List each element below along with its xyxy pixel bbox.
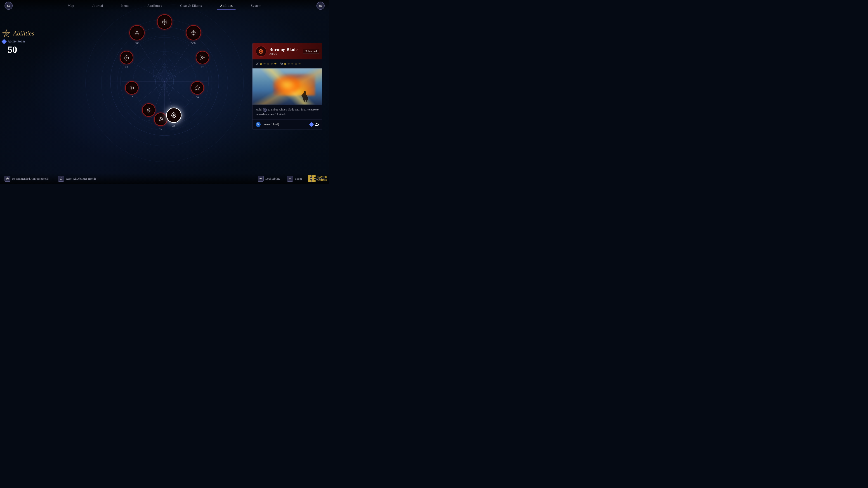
ability-node-mid-left-cost: 20 bbox=[125, 65, 128, 69]
ability-node-top-left[interactable]: 300 bbox=[129, 25, 145, 45]
reset-button-icon bbox=[58, 176, 64, 182]
ability-node-bottom-left-circle bbox=[142, 103, 156, 117]
ability-node-top-left-cost: 300 bbox=[135, 41, 139, 45]
svg-rect-30 bbox=[308, 175, 310, 182]
ability-node-mid-right[interactable]: 25 bbox=[196, 51, 209, 69]
ability-node-bottom-center[interactable]: 40 bbox=[154, 112, 167, 131]
gg-logo-icon bbox=[308, 174, 316, 183]
l2-button[interactable]: L2 bbox=[4, 2, 13, 10]
svg-point-26 bbox=[160, 119, 162, 120]
wheel-svg bbox=[99, 19, 230, 150]
lock-ability-label: Lock Ability bbox=[266, 177, 280, 181]
recommended-abilities-btn[interactable]: Recommended Abilities (Hold) bbox=[4, 176, 49, 182]
ability-preview-image bbox=[252, 68, 322, 105]
svg-rect-35 bbox=[314, 175, 315, 177]
ability-type: Attack bbox=[269, 52, 300, 56]
charge-star-5: ★ bbox=[298, 62, 301, 66]
ability-node-top[interactable] bbox=[157, 14, 172, 30]
ability-node-lower-right-circle bbox=[191, 81, 204, 95]
svg-point-24 bbox=[148, 109, 150, 111]
zoom-action[interactable]: R Zoom bbox=[287, 176, 302, 182]
ability-node-active[interactable]: 25 bbox=[166, 107, 182, 127]
lock-ability-action[interactable]: R3 Lock Ability bbox=[258, 176, 280, 182]
ability-cost: 25 bbox=[315, 122, 319, 127]
nav-journal[interactable]: Journal bbox=[83, 2, 112, 9]
nav-left-section: L2 bbox=[0, 2, 13, 10]
nav-items[interactable]: Items bbox=[112, 2, 138, 9]
charge-star-1: ★ bbox=[284, 62, 287, 66]
svg-rect-32 bbox=[310, 178, 311, 180]
abilities-title-text: Abilities bbox=[13, 30, 34, 37]
ability-node-mid-right-cost: 25 bbox=[201, 65, 204, 69]
nav-abilities[interactable]: Abilities bbox=[211, 2, 242, 9]
svg-point-23 bbox=[131, 87, 132, 89]
ability-node-mid-left-circle bbox=[120, 51, 133, 64]
svg-rect-37 bbox=[314, 180, 315, 182]
ability-node-lower-left-cost: 15 bbox=[130, 96, 133, 99]
star-4: ★ bbox=[270, 62, 273, 66]
svg-point-22 bbox=[193, 32, 194, 33]
ability-node-bottom-center-cost: 40 bbox=[159, 127, 162, 131]
ability-points-diamond-icon bbox=[2, 39, 7, 44]
svg-point-28 bbox=[7, 178, 8, 179]
ability-node-mid-right-circle bbox=[196, 51, 209, 64]
abilities-title-icon bbox=[2, 29, 10, 37]
center-ornament bbox=[149, 61, 180, 101]
ability-node-top-right-circle bbox=[186, 25, 201, 40]
nav-map[interactable]: Map bbox=[59, 2, 83, 9]
ability-points-label: Ability Points bbox=[2, 40, 52, 43]
ability-node-top-right[interactable]: 500 bbox=[186, 25, 201, 45]
gg-text: GAMER GUIDES bbox=[317, 175, 327, 182]
ability-node-active-cost: 25 bbox=[172, 124, 175, 127]
ability-node-lower-left-circle bbox=[125, 81, 138, 95]
ability-node-lower-left[interactable]: 15 bbox=[125, 81, 138, 99]
sword-icon: ⚔ bbox=[256, 62, 259, 66]
svg-marker-29 bbox=[60, 178, 61, 179]
charge-star-3: ★ bbox=[291, 62, 294, 66]
watermark: GAMER GUIDES bbox=[308, 174, 327, 183]
r3-button: R3 bbox=[258, 176, 264, 182]
ability-status-badge: Unlearned bbox=[303, 49, 319, 54]
nav-attributes[interactable]: Attributes bbox=[138, 2, 171, 9]
bottom-bar: Recommended Abilities (Hold) Reset All A… bbox=[0, 173, 329, 184]
ability-footer[interactable]: ✕ Learn (Hold) 25 bbox=[252, 120, 322, 129]
svg-line-11 bbox=[136, 81, 164, 104]
svg-rect-33 bbox=[310, 180, 311, 182]
nav-gear-eikons[interactable]: Gear & Eikons bbox=[171, 2, 211, 9]
charge-rating-group: ↻ ★ ★ ★ ★ ★ bbox=[280, 62, 301, 66]
left-panel: Abilities Ability Points 50 bbox=[2, 29, 52, 55]
zoom-label: Zoom bbox=[295, 177, 302, 181]
ability-info-header: Burning Blade Attack Unlearned bbox=[252, 43, 322, 59]
ability-node-mid-left[interactable]: 20 bbox=[120, 51, 133, 69]
abilities-title-row: Abilities bbox=[2, 29, 52, 37]
ability-ratings: ⚔ ★ ★ ★ ★ ★ ↻ ★ ★ ★ ★ ★ bbox=[252, 59, 322, 68]
cost-diamond-icon bbox=[309, 122, 314, 127]
ability-node-top-left-circle bbox=[129, 25, 145, 40]
reset-abilities-btn[interactable]: Reset All Abilities (Hold) bbox=[58, 176, 96, 182]
svg-line-5 bbox=[136, 39, 164, 81]
ability-node-lower-right[interactable]: 30 bbox=[191, 81, 204, 99]
ability-node-top-right-cost: 500 bbox=[191, 41, 196, 45]
svg-line-6 bbox=[164, 39, 193, 81]
ability-node-lower-right-cost: 30 bbox=[196, 96, 199, 99]
ability-points-value: 50 bbox=[8, 44, 52, 55]
ability-node-top-circle bbox=[157, 14, 172, 30]
star-2: ★ bbox=[263, 62, 266, 66]
ability-node-bottom-left[interactable]: 10 bbox=[142, 103, 156, 121]
attack-rating-group: ⚔ ★ ★ ★ ★ ★ bbox=[256, 62, 277, 66]
svg-rect-34 bbox=[312, 175, 314, 182]
x-button-icon: ✕ bbox=[256, 122, 260, 127]
star-1: ★ bbox=[259, 62, 262, 66]
top-navigation: L2 Map Journal Items Attributes Gear & E… bbox=[0, 0, 329, 11]
scene-glow bbox=[274, 76, 301, 94]
nav-system[interactable]: System bbox=[242, 2, 270, 9]
ability-node-bottom-left-cost: 10 bbox=[147, 118, 150, 121]
svg-line-12 bbox=[164, 81, 193, 104]
charge-star-2: ★ bbox=[287, 62, 290, 66]
star-5: ★ bbox=[274, 62, 277, 66]
svg-rect-36 bbox=[314, 178, 315, 180]
svg-point-20 bbox=[158, 72, 171, 90]
ability-wheel: 300 500 20 25 15 30 bbox=[99, 19, 230, 150]
r2-button[interactable]: R2 bbox=[316, 2, 324, 10]
learn-button-label: Learn (Hold) bbox=[262, 123, 308, 126]
